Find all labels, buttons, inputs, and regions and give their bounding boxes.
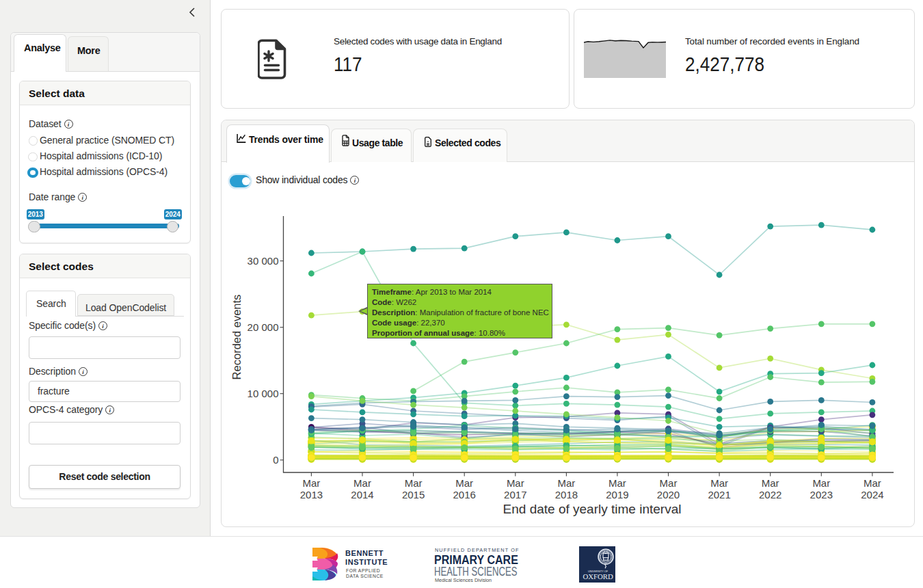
svg-text:2020: 2020 bbox=[657, 489, 680, 500]
svg-text:2023: 2023 bbox=[810, 489, 833, 500]
svg-text:Mar: Mar bbox=[302, 477, 320, 489]
svg-text:Mar: Mar bbox=[660, 477, 678, 489]
svg-text:2018: 2018 bbox=[555, 489, 578, 500]
svg-text:2022: 2022 bbox=[759, 489, 781, 500]
svg-text:Mar: Mar bbox=[455, 477, 473, 489]
svg-text:2013: 2013 bbox=[300, 489, 323, 500]
svg-text:Mar: Mar bbox=[710, 477, 728, 489]
svg-text:30 000: 30 000 bbox=[248, 255, 279, 267]
svg-text:Mar: Mar bbox=[608, 477, 626, 489]
svg-text:2017: 2017 bbox=[504, 489, 526, 500]
svg-text:2021: 2021 bbox=[708, 489, 730, 500]
svg-text:2019: 2019 bbox=[606, 489, 628, 500]
svg-text:2024: 2024 bbox=[861, 489, 883, 500]
svg-text:2016: 2016 bbox=[453, 489, 476, 500]
svg-text:Mar: Mar bbox=[864, 477, 881, 489]
svg-text:OXFORD: OXFORD bbox=[583, 572, 613, 580]
svg-text:2015: 2015 bbox=[402, 489, 425, 500]
svg-text:End date of yearly time interv: End date of yearly time interval bbox=[503, 502, 682, 516]
svg-text:10 000: 10 000 bbox=[248, 388, 279, 399]
svg-text:Recorded events: Recorded events bbox=[230, 295, 243, 380]
svg-text:Mar: Mar bbox=[762, 477, 779, 489]
svg-text:Mar: Mar bbox=[405, 477, 423, 489]
svg-text:2014: 2014 bbox=[351, 489, 373, 500]
svg-text:20 000: 20 000 bbox=[248, 321, 279, 333]
svg-text:Mar: Mar bbox=[353, 477, 371, 489]
svg-text:Mar: Mar bbox=[557, 477, 575, 489]
svg-text:Mar: Mar bbox=[507, 477, 524, 489]
svg-text:0: 0 bbox=[273, 454, 278, 466]
svg-text:Mar: Mar bbox=[812, 477, 830, 489]
